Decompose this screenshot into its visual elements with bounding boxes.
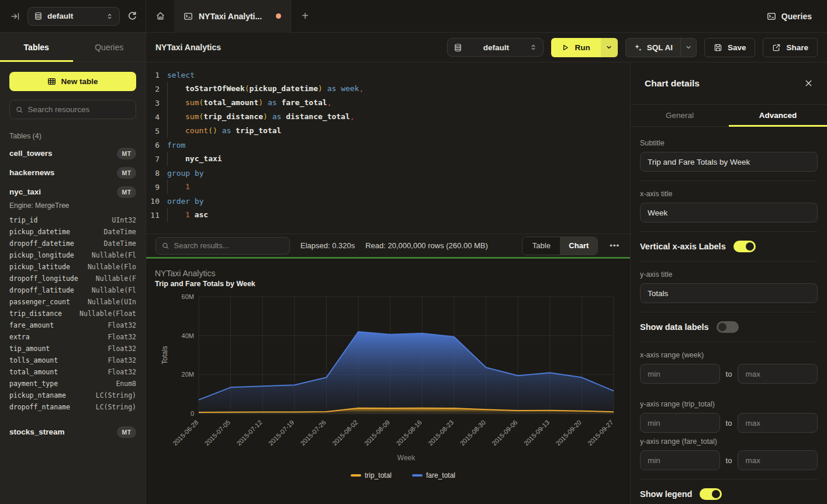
sidebar-tab-tables[interactable]: Tables (0, 33, 73, 61)
svg-text:2015-09-27: 2015-09-27 (586, 419, 614, 447)
y-axis-title-field[interactable] (640, 283, 818, 303)
tab-nytaxi-analytics[interactable]: NYTaxi Analyti... (174, 0, 291, 33)
header-database-value: default (483, 43, 509, 52)
header-database-selector[interactable]: default (447, 38, 544, 57)
queries-top-label: Queries (781, 12, 812, 21)
editor-line[interactable]: 4sum(trip_distance) as distance_total, (146, 110, 630, 124)
results-chart[interactable]: 020M40M60MTotals2015-06-282015-07-052015… (146, 288, 630, 498)
column-row[interactable]: pickup_latitudeNullable(Flo (9, 261, 136, 273)
column-name: tip_amount (9, 345, 50, 353)
editor-line[interactable]: 91 (146, 180, 630, 194)
sidebar-tab-queries[interactable]: Queries (73, 33, 146, 61)
column-type: DateTime (104, 228, 136, 236)
view-toggle-chart[interactable]: Chart (560, 237, 597, 255)
sidebar-tabs: Tables Queries (0, 33, 146, 62)
editor-line[interactable]: 6from (146, 138, 630, 152)
panel-tab-advanced[interactable]: Advanced (729, 105, 827, 126)
collapse-sidebar-icon[interactable] (11, 12, 20, 21)
show-legend-row: Show legend (640, 488, 818, 500)
run-button[interactable]: Run (551, 38, 600, 57)
column-row[interactable]: payment_typeEnum8 (9, 378, 136, 390)
editor-line[interactable]: 10order by (146, 194, 630, 208)
column-row[interactable]: passenger_countNullable(UIn (9, 296, 136, 308)
column-row[interactable]: total_amountFloat32 (9, 366, 136, 378)
column-row[interactable]: pickup_datetimeDateTime (9, 226, 136, 238)
column-name: dropoff_ntaname (9, 403, 70, 411)
sparkles-icon (634, 43, 642, 52)
vertical-labels-toggle[interactable] (733, 241, 756, 252)
database-selector[interactable]: default (27, 7, 120, 26)
code-text: group by (167, 169, 204, 178)
table-name: cell_towers (9, 149, 53, 158)
editor-line[interactable]: 3sum(total_amount) as fare_total, (146, 96, 630, 110)
table-item-stocks_stream[interactable]: stocks_streamMT (0, 422, 146, 442)
column-row[interactable]: trip_distanceNullable(Float (9, 308, 136, 319)
sidebar-search-input[interactable] (28, 105, 130, 114)
show-legend-toggle[interactable] (700, 488, 722, 500)
y-range-fare-min-field[interactable] (640, 450, 720, 470)
share-button[interactable]: Share (763, 38, 818, 57)
editor-line[interactable]: 5count() as trip_total (146, 124, 630, 138)
editor-line[interactable]: 1select (146, 68, 630, 82)
column-type: Float32 (108, 333, 136, 341)
column-row[interactable]: dropoff_latitudeNullable(Fl (9, 284, 136, 296)
editor-line[interactable]: 8group by (146, 166, 630, 180)
table-item-hackernews[interactable]: hackernewsMT (0, 163, 146, 182)
close-icon[interactable] (804, 79, 813, 88)
y-range-trip-row: to (640, 413, 818, 433)
column-name: trip_id (9, 216, 37, 224)
y-range-fare-max-field[interactable] (738, 450, 818, 470)
table-item-nyc_taxi[interactable]: nyc_taxiMT (0, 182, 146, 201)
tables-section-label: Tables (4) (9, 132, 136, 140)
run-options-button[interactable] (601, 38, 618, 57)
sidebar-search[interactable] (9, 100, 136, 119)
new-table-button[interactable]: New table (9, 72, 136, 91)
new-tab-button[interactable]: + (291, 0, 319, 33)
refresh-icon[interactable] (127, 11, 137, 21)
sql-ai-options-button[interactable] (680, 39, 696, 57)
column-row[interactable]: dropoff_ntanameLC(String) (9, 401, 136, 413)
save-label: Save (728, 43, 746, 52)
results-search[interactable] (155, 237, 290, 255)
data-labels-toggle[interactable] (717, 321, 739, 333)
editor-line[interactable]: 2toStartOfWeek(pickup_datetime) as week, (146, 82, 630, 96)
panel-tab-general[interactable]: General (631, 105, 729, 126)
column-row[interactable]: pickup_longitudeNullable(Fl (9, 249, 136, 261)
y-range-trip-max-field[interactable] (738, 413, 818, 433)
column-type: Nullable(Float (79, 310, 136, 318)
x-range-max-field[interactable] (738, 364, 818, 384)
y-range-trip-min-field[interactable] (640, 413, 720, 433)
column-row[interactable]: extraFloat32 (9, 331, 136, 343)
y-range-trip-to-label: to (726, 419, 732, 427)
subtitle-field[interactable] (640, 152, 818, 172)
x-axis-title-field[interactable] (640, 203, 818, 223)
queries-top-button[interactable]: Queries (767, 12, 812, 21)
line-number: 2 (146, 85, 167, 93)
svg-text:Totals: Totals (161, 346, 169, 364)
save-button[interactable]: Save (704, 38, 756, 57)
run-label: Run (575, 43, 590, 52)
column-name: payment_type (9, 380, 58, 388)
table-item-cell_towers[interactable]: cell_towersMT (0, 144, 146, 163)
sql-ai-button-group: SQL AI (625, 38, 697, 57)
column-name: passenger_count (9, 298, 70, 306)
results-search-input[interactable] (174, 241, 283, 250)
sql-editor[interactable]: 1select2toStartOfWeek(pickup_datetime) a… (146, 62, 630, 234)
sql-ai-button[interactable]: SQL AI (626, 39, 680, 57)
column-row[interactable]: fare_amountFloat32 (9, 319, 136, 331)
column-row[interactable]: pickup_ntanameLC(String) (9, 390, 136, 401)
column-row[interactable]: trip_idUInt32 (9, 214, 136, 226)
line-number: 6 (146, 141, 167, 150)
home-button[interactable] (146, 0, 174, 33)
column-row[interactable]: dropoff_datetimeDateTime (9, 238, 136, 249)
editor-line[interactable]: 7nyc_taxi (146, 152, 630, 166)
top-bar: default NYTaxi Analyti... + Queries (0, 0, 827, 33)
column-row[interactable]: tolls_amountFloat32 (9, 354, 136, 366)
column-type: Float32 (108, 356, 136, 364)
column-row[interactable]: tip_amountFloat32 (9, 343, 136, 354)
x-range-min-field[interactable] (640, 364, 720, 384)
editor-line[interactable]: 111 asc (146, 208, 630, 222)
more-options-button[interactable]: ••• (608, 241, 621, 250)
view-toggle-table[interactable]: Table (523, 237, 560, 255)
column-row[interactable]: dropoff_longitudeNullable(F (9, 273, 136, 284)
